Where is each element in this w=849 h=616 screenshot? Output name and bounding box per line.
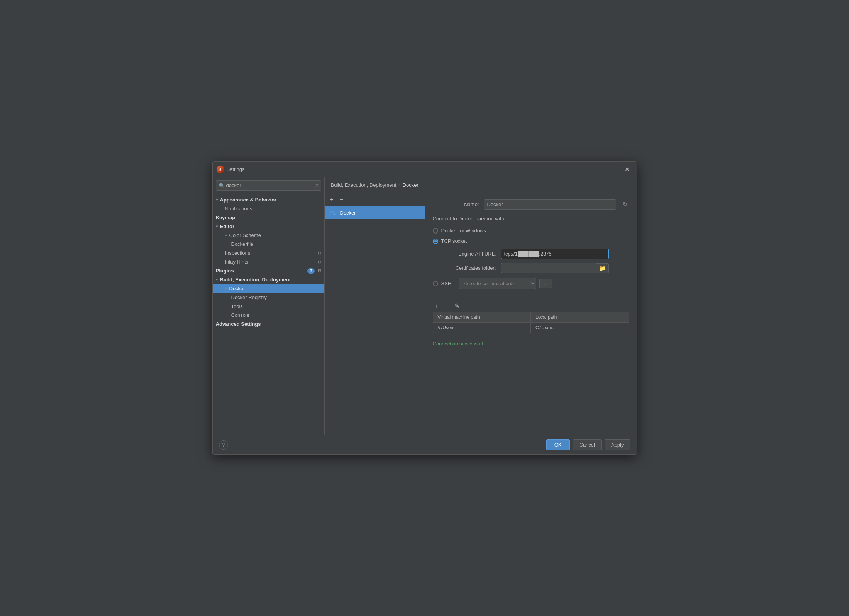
apply-button[interactable]: Apply: [605, 439, 630, 450]
radio-tcp-socket[interactable]: TCP socket: [433, 238, 629, 244]
plugins-badge: 3: [307, 268, 314, 274]
search-icon: 🔍: [219, 183, 225, 188]
chevron-icon: ▾: [216, 224, 218, 228]
sidebar-item-label: Advanced Settings: [216, 321, 261, 327]
sidebar: 🔍 ✕ ▾ Appearance & Behavior Notification…: [213, 177, 325, 435]
sidebar-item-docker[interactable]: ▾ Docker: [213, 284, 324, 293]
forward-arrow[interactable]: →: [622, 181, 630, 189]
sidebar-item-label: Tools: [231, 303, 243, 309]
chevron-icon: ▾: [225, 286, 227, 291]
refresh-button[interactable]: ↻: [621, 199, 629, 210]
search-clear-icon[interactable]: ✕: [315, 183, 319, 188]
back-arrow[interactable]: ←: [612, 181, 620, 189]
radio-btn-ssh[interactable]: [433, 281, 438, 286]
breadcrumb-current: Docker: [403, 182, 419, 188]
engine-api-label: Engine API URL:: [442, 251, 496, 257]
path-section: + − ✎ Virtual machine path Local path /c…: [433, 300, 629, 333]
name-input[interactable]: [484, 199, 616, 210]
radio-label-ssh: SSH:: [441, 281, 453, 286]
sidebar-item-notifications[interactable]: Notifications: [213, 204, 324, 213]
remove-docker-button[interactable]: −: [337, 195, 346, 204]
breadcrumb-separator: ›: [398, 182, 400, 188]
settings-icon: ⊟: [318, 250, 321, 256]
close-button[interactable]: ✕: [622, 165, 632, 174]
title-bar: J Settings ✕: [213, 162, 637, 177]
col-local-path: Local path: [531, 312, 629, 322]
settings-icon: ⊟: [318, 259, 321, 264]
remove-path-button[interactable]: −: [442, 301, 451, 310]
sidebar-item-build-execution[interactable]: ▾ Build, Execution, Deployment: [213, 275, 324, 284]
nav-tree: ▾ Appearance & Behavior Notifications Ke…: [213, 194, 324, 435]
sidebar-item-label: Plugins: [216, 268, 234, 274]
cert-row: Certificates folder: 📁: [442, 263, 629, 273]
add-path-button[interactable]: +: [433, 301, 441, 310]
sidebar-item-appearance-behavior[interactable]: ▾ Appearance & Behavior: [213, 195, 324, 204]
chevron-icon: ▾: [216, 278, 218, 282]
radio-group: Docker for Windows TCP socket: [433, 225, 629, 292]
sidebar-item-label: Console: [231, 312, 250, 318]
sidebar-item-tools[interactable]: Tools: [213, 302, 324, 311]
edit-path-button[interactable]: ✎: [452, 301, 462, 310]
middle-section: + −: [325, 193, 637, 435]
sidebar-item-label: Docker Registry: [231, 294, 267, 300]
help-button[interactable]: ?: [219, 440, 228, 450]
sidebar-item-inlay-hints[interactable]: Inlay Hints ⊟: [213, 257, 324, 266]
sidebar-item-advanced-settings[interactable]: Advanced Settings: [213, 320, 324, 328]
name-label: Name:: [433, 201, 479, 207]
ssh-select[interactable]: <create configuration>: [459, 278, 536, 289]
sidebar-item-docker-registry[interactable]: Docker Registry: [213, 293, 324, 302]
svg-point-6: [335, 212, 336, 213]
sidebar-item-inspections[interactable]: Inspections ⊟: [213, 249, 324, 257]
search-input[interactable]: [216, 180, 321, 191]
ssh-ellipsis-button[interactable]: ...: [539, 279, 552, 288]
add-docker-button[interactable]: +: [328, 195, 336, 204]
svg-rect-5: [333, 214, 336, 215]
engine-api-input[interactable]: [501, 249, 609, 259]
settings-dialog: J Settings ✕ 🔍 ✕ ▾ Appearance & Behavior…: [212, 161, 637, 455]
sidebar-item-label: Keymap: [216, 215, 236, 220]
cert-browse-button[interactable]: 📁: [596, 263, 609, 273]
docker-list-toolbar: + −: [325, 193, 425, 206]
sidebar-item-dockerfile[interactable]: Dockerfile: [213, 240, 324, 249]
radio-docker-for-windows[interactable]: Docker for Windows: [433, 228, 629, 234]
bottom-bar: ? OK Cancel Apply: [213, 435, 637, 454]
cancel-button[interactable]: Cancel: [573, 439, 602, 450]
path-table-row[interactable]: /c/Users C:\Users: [433, 323, 629, 333]
sidebar-item-label: Color Scheme: [229, 232, 261, 238]
sidebar-item-label: Inlay Hints: [225, 259, 249, 265]
action-buttons: OK Cancel Apply: [546, 439, 630, 450]
sidebar-item-color-scheme[interactable]: ▾ Color Scheme: [213, 231, 324, 240]
docker-item-label: Docker: [340, 210, 356, 216]
ssh-row: <create configuration> ...: [459, 278, 552, 289]
sidebar-item-label: Docker: [229, 286, 245, 291]
tcp-socket-options: Engine API URL: Certificates folder: 📁: [433, 249, 629, 273]
connect-section: Connect to Docker daemon with: Docker fo…: [433, 214, 629, 292]
vm-path-cell: /c/Users: [433, 323, 531, 333]
svg-rect-1: [331, 212, 332, 213]
docker-list-section: + −: [325, 193, 425, 435]
sidebar-item-keymap[interactable]: Keymap: [213, 213, 324, 222]
breadcrumb-bar: Build, Execution, Deployment › Docker ← …: [325, 177, 637, 193]
docker-list-item[interactable]: Docker: [325, 206, 425, 219]
ok-button[interactable]: OK: [546, 439, 570, 450]
nav-arrows: ← →: [612, 181, 630, 189]
main-content: 🔍 ✕ ▾ Appearance & Behavior Notification…: [213, 177, 637, 435]
radio-label-docker-windows: Docker for Windows: [441, 228, 486, 234]
sidebar-item-editor[interactable]: ▾ Editor: [213, 222, 324, 231]
engine-api-row: Engine API URL:: [442, 249, 629, 259]
search-box: 🔍 ✕: [216, 180, 321, 191]
cert-input[interactable]: [501, 263, 596, 273]
svg-rect-0: [330, 212, 331, 213]
sidebar-item-plugins[interactable]: Plugins 3 ⊟: [213, 266, 324, 275]
svg-rect-3: [331, 211, 332, 212]
title-bar-left: J Settings: [217, 166, 245, 173]
radio-btn-tcp-socket[interactable]: [433, 239, 438, 244]
breadcrumb-parent: Build, Execution, Deployment: [331, 182, 397, 188]
radio-ssh[interactable]: SSH: <create configuration> ...: [433, 278, 629, 289]
form-area: Name: ↻ Connect to Docker daemon with:: [425, 193, 637, 435]
status-line: Connection successful: [433, 338, 629, 348]
radio-btn-docker-windows[interactable]: [433, 228, 438, 234]
cert-input-wrap: 📁: [501, 263, 609, 273]
sidebar-item-console[interactable]: Console: [213, 311, 324, 320]
path-table-header: Virtual machine path Local path: [433, 312, 629, 323]
